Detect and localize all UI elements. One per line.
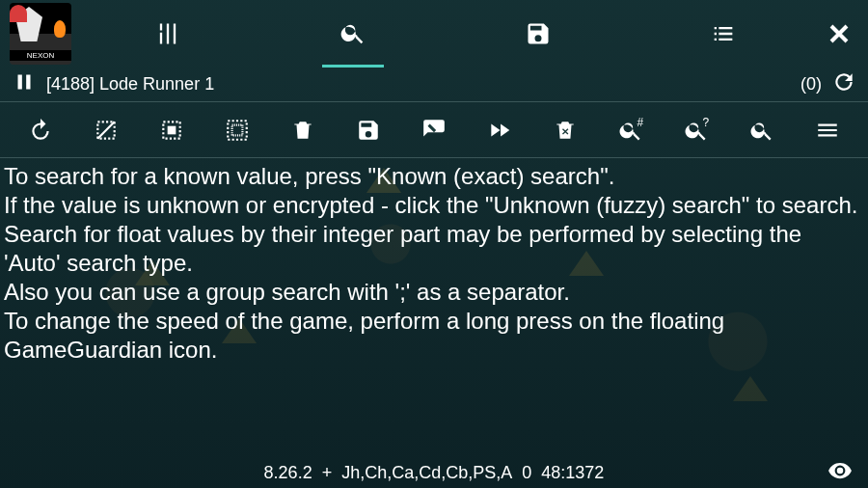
svg-rect-5 (232, 124, 243, 135)
svg-text:✕: ✕ (561, 126, 569, 137)
close-button[interactable] (816, 18, 862, 49)
help-line: Search for float values by their integer… (4, 220, 862, 278)
svg-rect-4 (228, 121, 247, 140)
status-bar: 8.26.2 + Jh,Ch,Ca,Cd,Cb,PS,A 0 48:1372 (0, 457, 868, 488)
pause-button[interactable] (12, 69, 37, 99)
refresh-button[interactable] (831, 69, 856, 99)
app-icon-label: NEXON (10, 50, 71, 61)
fast-forward-button[interactable] (467, 102, 532, 157)
toolbar: ✕ # ? (0, 102, 868, 158)
delete-button[interactable] (270, 102, 336, 157)
select-all-button[interactable] (139, 102, 204, 157)
status-zero: 0 (522, 463, 531, 483)
result-count: (0) (800, 74, 822, 95)
tab-search[interactable] (322, 0, 384, 68)
tab-save[interactable] (507, 0, 569, 68)
help-line: To change the speed of the game, perform… (4, 307, 862, 365)
process-title: [4188] Lode Runner 1 (46, 74, 800, 95)
svg-rect-3 (168, 125, 176, 134)
svg-text:?: ? (703, 118, 710, 129)
menu-button[interactable] (795, 102, 860, 157)
select-region-button[interactable] (204, 102, 270, 157)
search-fuzzy-button[interactable]: ? (664, 102, 729, 157)
help-line: Also you can use a group search with ';'… (4, 278, 862, 307)
svg-text:#: # (637, 118, 644, 129)
undo-button[interactable] (8, 102, 73, 157)
select-invert-button[interactable] (73, 102, 139, 157)
visibility-toggle[interactable] (827, 458, 853, 488)
tab-list[interactable] (692, 0, 754, 68)
status-sep: + (322, 463, 333, 483)
status-version: 8.26.2 (264, 463, 312, 483)
app-icon[interactable]: NEXON (10, 3, 71, 65)
help-line: To search for a known value, press "Know… (4, 162, 862, 191)
search-button[interactable] (729, 102, 795, 157)
edit-value-button[interactable] (401, 102, 467, 157)
status-regions: Jh,Ch,Ca,Cd,Cb,PS,A (341, 463, 512, 483)
tab-tune[interactable] (137, 0, 199, 68)
svg-line-1 (97, 122, 114, 138)
help-text: To search for a known value, press "Know… (0, 158, 868, 457)
clear-button[interactable]: ✕ (532, 102, 598, 157)
status-time: 48:1372 (541, 463, 604, 483)
search-hash-button[interactable]: # (598, 102, 664, 157)
save-button[interactable] (336, 102, 401, 157)
help-line: If the value is unknown or encrypted - c… (4, 191, 862, 220)
